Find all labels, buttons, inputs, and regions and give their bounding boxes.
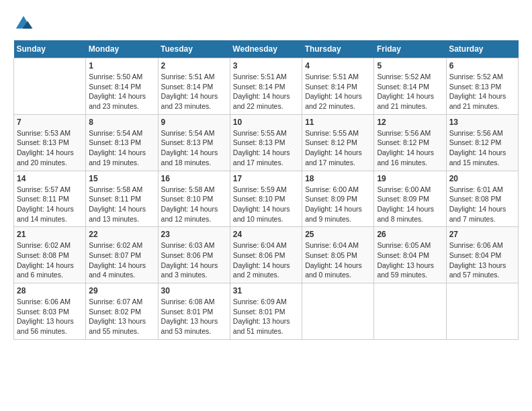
- calendar-week-row: 1Sunrise: 5:50 AM Sunset: 8:14 PM Daylig…: [14, 58, 519, 115]
- day-info: Sunrise: 6:03 AM Sunset: 8:06 PM Dayligh…: [161, 240, 227, 280]
- day-number: 10: [233, 118, 299, 127]
- day-info: Sunrise: 5:57 AM Sunset: 8:11 PM Dayligh…: [17, 185, 83, 224]
- day-number: 22: [89, 230, 154, 239]
- calendar-cell: 26Sunrise: 6:05 AM Sunset: 8:04 PM Dayli…: [374, 227, 446, 283]
- day-number: 31: [233, 286, 299, 295]
- day-info: Sunrise: 6:00 AM Sunset: 8:09 PM Dayligh…: [377, 185, 443, 224]
- weekday-header-thursday: Thursday: [302, 40, 374, 58]
- day-info: Sunrise: 5:59 AM Sunset: 8:10 PM Dayligh…: [233, 185, 299, 224]
- day-info: Sunrise: 5:54 AM Sunset: 8:13 PM Dayligh…: [161, 128, 227, 168]
- day-info: Sunrise: 5:50 AM Sunset: 8:14 PM Dayligh…: [89, 72, 154, 111]
- calendar-cell: 21Sunrise: 6:02 AM Sunset: 8:08 PM Dayli…: [14, 227, 86, 283]
- calendar-cell: 28Sunrise: 6:06 AM Sunset: 8:03 PM Dayli…: [14, 283, 86, 340]
- calendar-cell: [14, 58, 86, 115]
- day-info: Sunrise: 6:05 AM Sunset: 8:04 PM Dayligh…: [377, 240, 443, 280]
- day-number: 16: [161, 174, 227, 183]
- calendar-cell: 5Sunrise: 5:52 AM Sunset: 8:14 PM Daylig…: [374, 58, 446, 115]
- calendar-cell: 3Sunrise: 5:51 AM Sunset: 8:14 PM Daylig…: [230, 58, 302, 115]
- day-number: 21: [17, 230, 83, 239]
- calendar-cell: [302, 283, 374, 340]
- day-number: 17: [233, 174, 299, 183]
- calendar-cell: 2Sunrise: 5:51 AM Sunset: 8:14 PM Daylig…: [158, 58, 230, 115]
- calendar-cell: 31Sunrise: 6:09 AM Sunset: 8:01 PM Dayli…: [230, 283, 302, 340]
- day-number: 14: [17, 174, 83, 183]
- day-number: 12: [377, 118, 443, 127]
- day-info: Sunrise: 5:58 AM Sunset: 8:11 PM Dayligh…: [89, 185, 154, 224]
- weekday-header-wednesday: Wednesday: [230, 40, 302, 58]
- weekday-header-saturday: Saturday: [446, 40, 518, 58]
- calendar-cell: 11Sunrise: 5:55 AM Sunset: 8:12 PM Dayli…: [302, 114, 374, 171]
- weekday-header-monday: Monday: [86, 40, 158, 58]
- day-info: Sunrise: 5:54 AM Sunset: 8:13 PM Dayligh…: [89, 128, 154, 168]
- calendar-table: SundayMondayTuesdayWednesdayThursdayFrid…: [13, 40, 519, 340]
- day-info: Sunrise: 5:52 AM Sunset: 8:13 PM Dayligh…: [449, 72, 515, 111]
- calendar-cell: 16Sunrise: 5:58 AM Sunset: 8:10 PM Dayli…: [158, 171, 230, 227]
- day-number: 25: [305, 230, 371, 239]
- day-info: Sunrise: 5:55 AM Sunset: 8:12 PM Dayligh…: [305, 128, 371, 168]
- calendar-cell: 12Sunrise: 5:56 AM Sunset: 8:12 PM Dayli…: [374, 114, 446, 171]
- calendar-cell: 17Sunrise: 5:59 AM Sunset: 8:10 PM Dayli…: [230, 171, 302, 227]
- day-number: 27: [449, 230, 515, 239]
- logo-icon: [13, 13, 34, 34]
- day-number: 3: [233, 61, 299, 71]
- day-number: 8: [89, 118, 154, 127]
- calendar-cell: 30Sunrise: 6:08 AM Sunset: 8:01 PM Dayli…: [158, 283, 230, 340]
- calendar-cell: [446, 283, 518, 340]
- day-number: 7: [17, 118, 83, 127]
- day-number: 11: [305, 118, 371, 127]
- calendar-cell: 8Sunrise: 5:54 AM Sunset: 8:13 PM Daylig…: [86, 114, 158, 171]
- calendar-cell: 24Sunrise: 6:04 AM Sunset: 8:06 PM Dayli…: [230, 227, 302, 283]
- day-info: Sunrise: 6:02 AM Sunset: 8:07 PM Dayligh…: [89, 240, 154, 280]
- weekday-header-friday: Friday: [374, 40, 446, 58]
- calendar-cell: 29Sunrise: 6:07 AM Sunset: 8:02 PM Dayli…: [86, 283, 158, 340]
- day-info: Sunrise: 5:56 AM Sunset: 8:12 PM Dayligh…: [449, 128, 515, 168]
- calendar-cell: 20Sunrise: 6:01 AM Sunset: 8:08 PM Dayli…: [446, 171, 518, 227]
- calendar-cell: 18Sunrise: 6:00 AM Sunset: 8:09 PM Dayli…: [302, 171, 374, 227]
- day-number: 29: [89, 286, 154, 295]
- day-number: 5: [377, 61, 443, 71]
- day-number: 26: [377, 230, 443, 239]
- day-number: 19: [377, 174, 443, 183]
- day-info: Sunrise: 6:09 AM Sunset: 8:01 PM Dayligh…: [233, 297, 299, 336]
- day-number: 9: [161, 118, 227, 127]
- day-number: 13: [449, 118, 515, 127]
- calendar-cell: 27Sunrise: 6:06 AM Sunset: 8:04 PM Dayli…: [446, 227, 518, 283]
- day-info: Sunrise: 6:07 AM Sunset: 8:02 PM Dayligh…: [89, 297, 154, 336]
- day-number: 18: [305, 174, 371, 183]
- day-info: Sunrise: 6:08 AM Sunset: 8:01 PM Dayligh…: [161, 297, 227, 336]
- day-info: Sunrise: 5:51 AM Sunset: 8:14 PM Dayligh…: [233, 72, 299, 111]
- calendar-cell: 9Sunrise: 5:54 AM Sunset: 8:13 PM Daylig…: [158, 114, 230, 171]
- calendar-week-row: 21Sunrise: 6:02 AM Sunset: 8:08 PM Dayli…: [14, 227, 519, 283]
- weekday-header-tuesday: Tuesday: [158, 40, 230, 58]
- calendar-week-row: 28Sunrise: 6:06 AM Sunset: 8:03 PM Dayli…: [14, 283, 519, 340]
- calendar-cell: 23Sunrise: 6:03 AM Sunset: 8:06 PM Dayli…: [158, 227, 230, 283]
- calendar-week-row: 14Sunrise: 5:57 AM Sunset: 8:11 PM Dayli…: [14, 171, 519, 227]
- calendar-cell: 6Sunrise: 5:52 AM Sunset: 8:13 PM Daylig…: [446, 58, 518, 115]
- day-number: 20: [449, 174, 515, 183]
- calendar-cell: 22Sunrise: 6:02 AM Sunset: 8:07 PM Dayli…: [86, 227, 158, 283]
- day-number: 24: [233, 230, 299, 239]
- day-info: Sunrise: 5:56 AM Sunset: 8:12 PM Dayligh…: [377, 128, 443, 168]
- day-number: 23: [161, 230, 227, 239]
- day-info: Sunrise: 5:55 AM Sunset: 8:13 PM Dayligh…: [233, 128, 299, 168]
- day-info: Sunrise: 5:52 AM Sunset: 8:14 PM Dayligh…: [377, 72, 443, 111]
- calendar-cell: 14Sunrise: 5:57 AM Sunset: 8:11 PM Dayli…: [14, 171, 86, 227]
- day-number: 28: [17, 286, 83, 295]
- day-info: Sunrise: 6:02 AM Sunset: 8:08 PM Dayligh…: [17, 240, 83, 280]
- page-header: [13, 13, 519, 34]
- weekday-header-sunday: Sunday: [14, 40, 86, 58]
- day-info: Sunrise: 6:04 AM Sunset: 8:05 PM Dayligh…: [305, 240, 371, 280]
- calendar-cell: 7Sunrise: 5:53 AM Sunset: 8:13 PM Daylig…: [14, 114, 86, 171]
- day-number: 6: [449, 61, 515, 71]
- day-info: Sunrise: 6:00 AM Sunset: 8:09 PM Dayligh…: [305, 185, 371, 224]
- calendar-cell: 10Sunrise: 5:55 AM Sunset: 8:13 PM Dayli…: [230, 114, 302, 171]
- day-info: Sunrise: 5:51 AM Sunset: 8:14 PM Dayligh…: [305, 72, 371, 111]
- day-info: Sunrise: 5:53 AM Sunset: 8:13 PM Dayligh…: [17, 128, 83, 168]
- calendar-cell: 13Sunrise: 5:56 AM Sunset: 8:12 PM Dayli…: [446, 114, 518, 171]
- calendar-cell: 1Sunrise: 5:50 AM Sunset: 8:14 PM Daylig…: [86, 58, 158, 115]
- logo: [13, 13, 36, 34]
- day-number: 2: [161, 61, 227, 71]
- calendar-cell: 4Sunrise: 5:51 AM Sunset: 8:14 PM Daylig…: [302, 58, 374, 115]
- day-info: Sunrise: 5:58 AM Sunset: 8:10 PM Dayligh…: [161, 185, 227, 224]
- day-info: Sunrise: 6:06 AM Sunset: 8:03 PM Dayligh…: [17, 297, 83, 336]
